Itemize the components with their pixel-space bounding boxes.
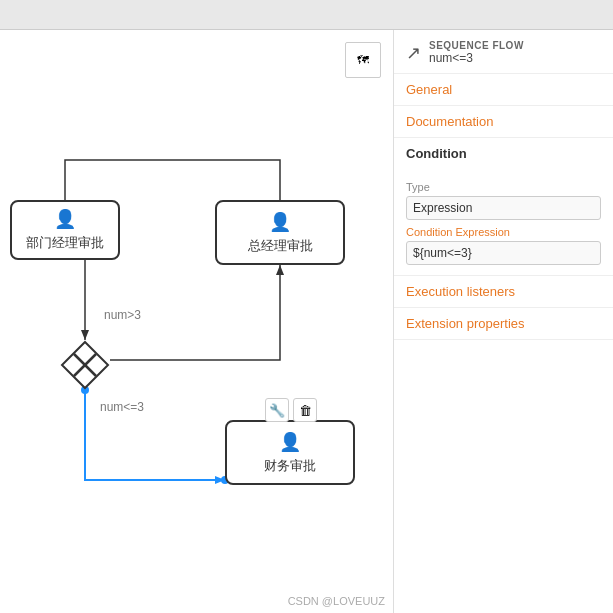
trash-button[interactable]: 🗑 xyxy=(293,398,317,422)
type-input[interactable] xyxy=(406,196,601,220)
task3-icon: 👤 xyxy=(279,431,301,453)
main-area: 👤 部门经理审批 👤 总经理审批 👤 财务审批 xyxy=(0,30,613,613)
map-button[interactable]: 🗺 xyxy=(345,42,381,78)
section-condition-body: Type Condition Expression xyxy=(394,169,613,275)
task2-label: 总经理审批 xyxy=(248,237,313,255)
task1-icon: 👤 xyxy=(54,208,76,230)
section-general: General xyxy=(394,74,613,106)
section-documentation: Documentation xyxy=(394,106,613,138)
flow-label-num-gt3: num>3 xyxy=(104,308,141,322)
gateway-element[interactable] xyxy=(60,340,110,390)
section-condition-header[interactable]: Condition xyxy=(394,138,613,169)
task-caiwu[interactable]: 👤 财务审批 xyxy=(225,420,355,485)
top-bar xyxy=(0,0,613,30)
watermark: CSDN @LOVEUUZ xyxy=(288,595,385,607)
section-execution-listeners: Execution listeners xyxy=(394,276,613,308)
task-zongjingli[interactable]: 👤 总经理审批 xyxy=(215,200,345,265)
task1-label: 部门经理审批 xyxy=(26,234,104,252)
panel-title-value: num<=3 xyxy=(429,51,524,65)
diagram-area: 👤 部门经理审批 👤 总经理审批 👤 财务审批 xyxy=(0,30,393,613)
section-extension-properties-header[interactable]: Extension properties xyxy=(394,308,613,339)
task2-icon: 👤 xyxy=(269,211,291,233)
task-bumenjingli[interactable]: 👤 部门经理审批 xyxy=(10,200,120,260)
section-execution-listeners-header[interactable]: Execution listeners xyxy=(394,276,613,307)
gateway-svg xyxy=(60,340,110,390)
panel-title-label: SEQUENCE FLOW xyxy=(429,40,524,51)
panel-header-text: SEQUENCE FLOW num<=3 xyxy=(429,40,524,65)
diagram-canvas: 👤 部门经理审批 👤 总经理审批 👤 财务审批 xyxy=(0,30,393,613)
map-icon: 🗺 xyxy=(357,53,369,67)
condition-expression-label: Condition Expression xyxy=(406,226,601,238)
type-label: Type xyxy=(406,181,601,193)
section-general-header[interactable]: General xyxy=(394,74,613,105)
flow-label-num-lte3: num<=3 xyxy=(100,400,144,414)
section-documentation-header[interactable]: Documentation xyxy=(394,106,613,137)
panel-header: ↗ SEQUENCE FLOW num<=3 xyxy=(394,30,613,74)
svg-marker-1 xyxy=(276,265,284,275)
task3-label: 财务审批 xyxy=(264,457,316,475)
wrench-button[interactable]: 🔧 xyxy=(265,398,289,422)
section-condition: Condition Type Condition Expression xyxy=(394,138,613,276)
section-extension-properties: Extension properties xyxy=(394,308,613,340)
condition-expression-input[interactable] xyxy=(406,241,601,265)
element-toolbar: 🔧 🗑 xyxy=(265,398,317,422)
flow-lines xyxy=(0,30,393,613)
sequence-flow-icon: ↗ xyxy=(406,42,421,64)
svg-marker-0 xyxy=(81,330,89,340)
right-panel: ↗ SEQUENCE FLOW num<=3 General Documenta… xyxy=(393,30,613,613)
